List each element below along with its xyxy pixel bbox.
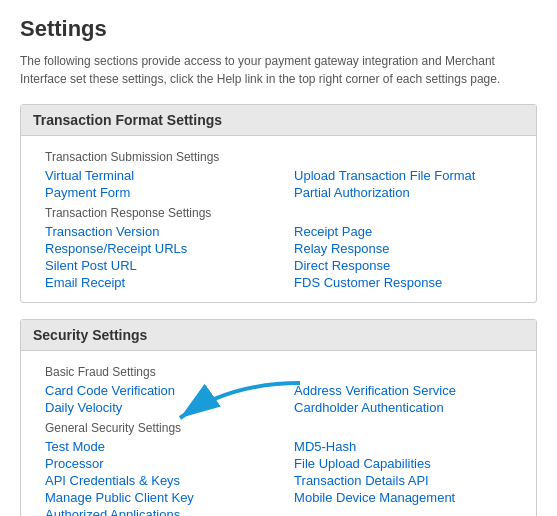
link-row: Transaction VersionReceipt Page <box>33 224 524 239</box>
link-row: Virtual TerminalUpload Transaction File … <box>33 168 524 183</box>
link-daily-velocity[interactable]: Daily Velocity <box>45 400 122 415</box>
link-row: Card Code VerificationAddress Verificati… <box>33 383 524 398</box>
intro-text: The following sections provide access to… <box>20 52 537 88</box>
link-test-mode[interactable]: Test Mode <box>45 439 105 454</box>
link-address-verification-service[interactable]: Address Verification Service <box>294 383 456 398</box>
section-security-settings: Security SettingsBasic Fraud SettingsCar… <box>20 319 537 516</box>
link-row: Daily VelocityCardholder Authentication <box>33 400 524 415</box>
link-processor[interactable]: Processor <box>45 456 104 471</box>
link-row: Email ReceiptFDS Customer Response <box>33 275 524 290</box>
link-authorized-applications[interactable]: Authorized Applications <box>45 507 180 516</box>
link-payment-form[interactable]: Payment Form <box>45 185 130 200</box>
link-row: Silent Post URLDirect Response <box>33 258 524 273</box>
link-cardholder-authentication[interactable]: Cardholder Authentication <box>294 400 444 415</box>
section-transaction-format: Transaction Format SettingsTransaction S… <box>20 104 537 303</box>
link-upload-transaction-file-format[interactable]: Upload Transaction File Format <box>294 168 475 183</box>
link-virtual-terminal[interactable]: Virtual Terminal <box>45 168 134 183</box>
link-row: Response/Receipt URLsRelay Response <box>33 241 524 256</box>
link-partial-authorization[interactable]: Partial Authorization <box>294 185 410 200</box>
link-row: Test ModeMD5-Hash <box>33 439 524 454</box>
link-transaction-version[interactable]: Transaction Version <box>45 224 159 239</box>
subsection-label: Basic Fraud Settings <box>33 365 524 379</box>
link-row: Payment FormPartial Authorization <box>33 185 524 200</box>
subsection-label: General Security Settings <box>33 421 524 435</box>
link-silent-post-url[interactable]: Silent Post URL <box>45 258 137 273</box>
section-header-security-settings: Security Settings <box>21 320 536 351</box>
link-md5-hash[interactable]: MD5-Hash <box>294 439 356 454</box>
link-mobile-device-management[interactable]: Mobile Device Management <box>294 490 455 505</box>
link-row: API Credentials & KeysTransaction Detail… <box>33 473 524 488</box>
page-title: Settings <box>20 16 537 42</box>
link-row: ProcessorFile Upload Capabilities <box>33 456 524 471</box>
link-relay-response[interactable]: Relay Response <box>294 241 389 256</box>
link-row: Manage Public Client KeyMobile Device Ma… <box>33 490 524 505</box>
link-transaction-details-api[interactable]: Transaction Details API <box>294 473 429 488</box>
link-api-credentials--keys[interactable]: API Credentials & Keys <box>45 473 180 488</box>
section-header-transaction-format: Transaction Format Settings <box>21 105 536 136</box>
link-email-receipt[interactable]: Email Receipt <box>45 275 125 290</box>
link-direct-response[interactable]: Direct Response <box>294 258 390 273</box>
link-manage-public-client-key[interactable]: Manage Public Client Key <box>45 490 194 505</box>
subsection-label: Transaction Response Settings <box>33 206 524 220</box>
subsection-label: Transaction Submission Settings <box>33 150 524 164</box>
link-fds-customer-response[interactable]: FDS Customer Response <box>294 275 442 290</box>
link-file-upload-capabilities[interactable]: File Upload Capabilities <box>294 456 431 471</box>
link-responsereceipt-urls[interactable]: Response/Receipt URLs <box>45 241 187 256</box>
link-row: Authorized Applications <box>33 507 524 516</box>
link-card-code-verification[interactable]: Card Code Verification <box>45 383 175 398</box>
link-receipt-page[interactable]: Receipt Page <box>294 224 372 239</box>
